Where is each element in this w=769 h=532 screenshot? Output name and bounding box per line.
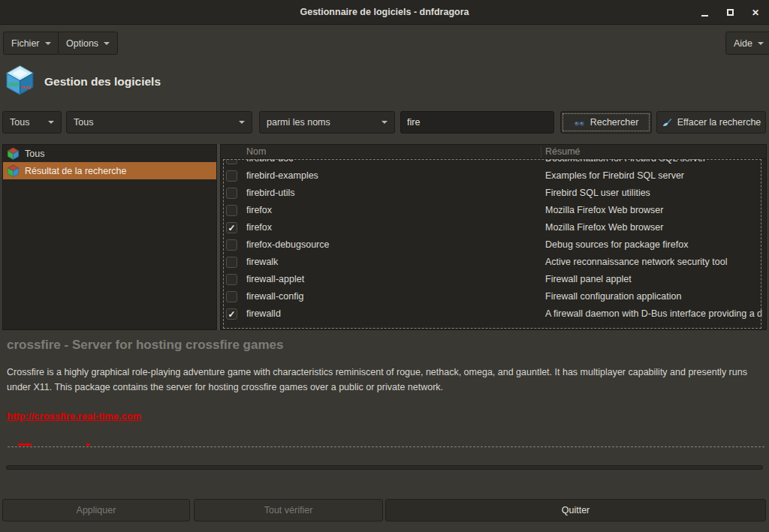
column-header-resume[interactable]: Résumé — [545, 146, 581, 157]
package-summary: Examples for Firebird SQL server — [545, 170, 684, 181]
search-button-label: Rechercher — [590, 117, 639, 128]
details-title: crossfire - Server for hosting crossfire… — [7, 338, 283, 353]
svg-text:drag: drag — [21, 84, 32, 89]
menu-aide[interactable]: Aide — [725, 32, 769, 55]
clipped-text-fragment — [86, 443, 90, 446]
table-row[interactable]: firewalkActive reconnaissance network se… — [221, 254, 766, 271]
search-button[interactable]: Rechercher — [560, 111, 652, 134]
table-row[interactable]: firebird-docDocumentation for Firebird S… — [221, 159, 766, 167]
checkbox-unchecked-icon[interactable] — [226, 188, 237, 199]
checkbox-unchecked-icon[interactable] — [226, 291, 237, 302]
maximize-button[interactable] — [721, 4, 739, 22]
close-button[interactable]: ✕ — [746, 4, 764, 22]
progress-bar — [6, 465, 763, 470]
sidebar-item[interactable]: Tous — [3, 145, 216, 162]
details-homepage-link[interactable]: http://crossfire.real-time.com — [7, 410, 141, 422]
table-row[interactable]: firewall-configFirewall configuration ap… — [221, 288, 766, 305]
package-details-panel: crossfire - Server for hosting crossfire… — [2, 333, 767, 448]
clear-search-button[interactable]: Effacer la recherche — [656, 111, 766, 134]
checkbox-unchecked-icon[interactable] — [226, 239, 237, 251]
table-row[interactable]: firewall-appletFirewall panel applet — [221, 271, 766, 288]
package-name: firewalld — [246, 308, 281, 319]
search-in-value: parmi les noms — [267, 117, 330, 128]
package-name: firewall-config — [246, 291, 303, 302]
package-name: firefox — [246, 222, 272, 233]
details-focus-frame — [8, 446, 764, 447]
checkbox-unchecked-icon[interactable] — [226, 274, 237, 285]
checkbox-unchecked-icon[interactable] — [226, 205, 237, 216]
clear-search-button-label: Effacer la recherche — [677, 117, 761, 128]
search-input[interactable] — [400, 111, 554, 134]
package-summary: Active reconnaissance network security t… — [545, 257, 727, 267]
sidebar-item-label: Tous — [25, 149, 44, 159]
package-name: firefox — [246, 205, 272, 215]
apply-button-label: Appliquer — [77, 505, 116, 515]
package-group-icon — [7, 164, 20, 177]
app-window: Gestionnaire de logiciels - dnfdragora ✕… — [0, 0, 769, 532]
window-controls: ✕ — [695, 0, 764, 25]
package-summary: Firewall panel applet — [545, 274, 632, 284]
repo-filter-dropdown[interactable]: Tous — [66, 111, 252, 134]
minimize-button[interactable] — [695, 4, 713, 22]
menu-options-label: Options — [66, 38, 98, 49]
package-table: Nom Résumé firebird-docDocumentation for… — [220, 144, 767, 330]
group-filter-value: Tous — [10, 117, 29, 128]
package-name: firefox-debugsource — [246, 239, 329, 250]
package-name: firebird-utils — [246, 188, 295, 198]
details-description: Crossfire is a highly graphical role-pla… — [7, 365, 764, 395]
checkbox-checked-icon[interactable]: ✓ — [226, 308, 237, 320]
groups-panel: Tous Résultat de la recherche — [2, 144, 217, 330]
filter-toolbar: Tous Tous parmi les noms Rechercher — [0, 111, 769, 134]
titlebar: Gestionnaire de logiciels - dnfdragora ✕ — [0, 0, 769, 25]
page-title: Gestion des logiciels — [44, 75, 161, 89]
search-icon — [574, 119, 585, 127]
chevron-down-icon — [758, 42, 764, 45]
package-summary: Mozilla Firefox Web browser — [545, 222, 663, 233]
brush-icon — [662, 117, 672, 128]
svg-text:DNF: DNF — [8, 82, 20, 88]
column-separator — [541, 146, 541, 158]
check-all-button-label: Tout vérifier — [264, 505, 313, 515]
table-row[interactable]: firebird-examplesExamples for Firebird S… — [221, 167, 766, 185]
table-row[interactable]: firefoxMozilla Firefox Web browser — [221, 202, 766, 219]
table-row[interactable]: firefox-debugsourceDebug sources for pac… — [221, 236, 766, 254]
package-name: firebird-doc — [246, 159, 294, 164]
quit-button[interactable]: Quitter — [385, 499, 766, 521]
checkbox-unchecked-icon[interactable] — [226, 159, 237, 164]
minimize-icon — [701, 15, 708, 17]
app-header: DNF drag Gestion des logiciels — [5, 65, 161, 98]
checkbox-checked-icon[interactable]: ✓ — [226, 222, 237, 233]
repo-filter-value: Tous — [74, 117, 93, 128]
clipped-text-fragment — [18, 443, 32, 446]
package-summary: Mozilla Firefox Web browser — [545, 205, 663, 215]
package-summary: Firebird SQL user utilities — [545, 188, 650, 198]
check-all-button[interactable]: Tout vérifier — [194, 499, 383, 521]
checkbox-unchecked-icon[interactable] — [226, 257, 237, 268]
menubar: Fichier Options Aide — [0, 32, 769, 56]
maximize-icon — [727, 9, 734, 16]
sidebar-item-label: Résultat de la recherche — [25, 166, 127, 176]
chevron-down-icon — [381, 121, 388, 124]
dnfdragora-logo-icon: DNF drag — [5, 65, 35, 98]
sidebar-item[interactable]: Résultat de la recherche — [3, 162, 216, 179]
menu-options[interactable]: Options — [58, 32, 118, 55]
package-summary: A firewall daemon with D-Bus interface p… — [545, 308, 762, 319]
apply-button[interactable]: Appliquer — [2, 499, 190, 521]
table-row[interactable]: ✓firewalldA firewall daemon with D-Bus i… — [221, 305, 766, 323]
column-header-nom[interactable]: Nom — [246, 146, 266, 157]
menu-fichier[interactable]: Fichier — [3, 32, 59, 55]
group-filter-dropdown[interactable]: Tous — [2, 111, 62, 134]
chevron-down-icon — [48, 121, 54, 124]
chevron-down-icon — [45, 42, 51, 45]
sidebar-list: Tous Résultat de la recherche — [3, 145, 216, 179]
chevron-down-icon — [239, 121, 245, 124]
package-table-body: firebird-docDocumentation for Firebird S… — [221, 159, 766, 329]
table-row[interactable]: firebird-utilsFirebird SQL user utilitie… — [221, 185, 766, 202]
checkbox-unchecked-icon[interactable] — [226, 170, 237, 182]
package-summary: Debug sources for package firefox — [545, 239, 688, 250]
table-header[interactable]: Nom Résumé — [221, 145, 766, 159]
table-row[interactable]: ✓firefoxMozilla Firefox Web browser — [221, 219, 766, 236]
package-group-icon — [7, 147, 20, 160]
search-in-dropdown[interactable]: parmi les noms — [259, 111, 395, 134]
package-name: firebird-examples — [246, 170, 318, 181]
